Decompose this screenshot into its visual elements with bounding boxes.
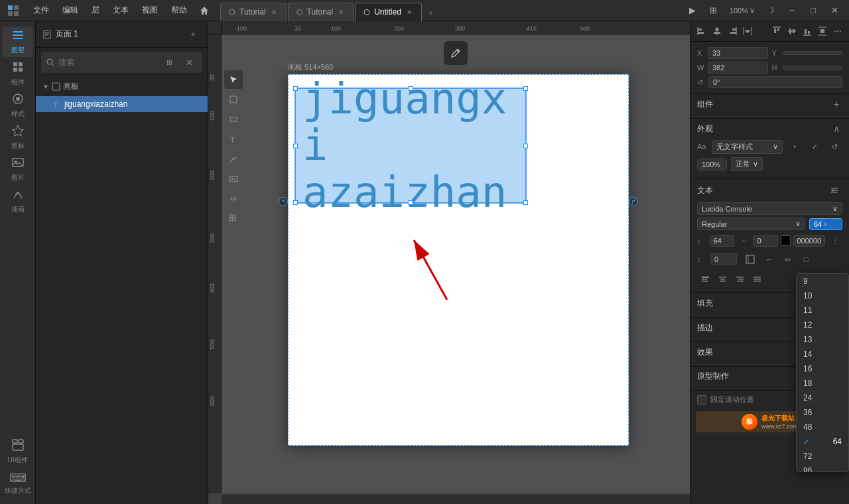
play-button[interactable]: ▶	[683, 1, 702, 20]
left-connector[interactable]: ↰	[279, 197, 288, 206]
text-color-swatch[interactable]	[781, 235, 791, 246]
handle-bl[interactable]	[293, 200, 298, 205]
pen-tool[interactable]	[224, 150, 243, 168]
dropdown-item-10[interactable]: 10	[797, 288, 848, 303]
menu-file[interactable]: 文件	[27, 0, 56, 21]
dropdown-item-13[interactable]: 13	[797, 332, 848, 347]
dropdown-item-36[interactable]: 36	[797, 405, 848, 420]
x-value[interactable]: 33	[708, 47, 768, 59]
home-button[interactable]	[194, 0, 215, 21]
handle-ml[interactable]	[293, 143, 298, 148]
font-size-dropdown[interactable]: 9 10 11 12 13 14 16 18 24 36 48 ✓ 64 72 …	[796, 273, 849, 472]
app-logo[interactable]	[0, 0, 27, 21]
text-auto-width-icon[interactable]: ⇔	[779, 251, 795, 267]
layout-toggle-icon[interactable]: ⊞	[162, 54, 178, 70]
align-left-icon[interactable]	[694, 24, 709, 38]
text-align-justify[interactable]	[749, 271, 765, 287]
handle-bm[interactable]	[409, 200, 413, 205]
text-align-left[interactable]	[697, 271, 713, 287]
tab-close-tutorial2[interactable]: ✕	[337, 8, 345, 17]
text-tool[interactable]: T	[224, 130, 243, 149]
sidebar-item-illustrations[interactable]: 插画	[3, 186, 33, 216]
align-top-icon[interactable]	[769, 24, 784, 38]
close-button[interactable]: ✕	[825, 1, 844, 20]
pencil-tool-button[interactable]	[446, 44, 465, 62]
dropdown-item-12[interactable]: 12	[797, 318, 848, 332]
add-style-btn[interactable]: +	[787, 139, 803, 155]
menu-layer[interactable]: 层	[85, 0, 106, 21]
y-value[interactable]	[783, 51, 843, 55]
line-height-field[interactable]: 64	[710, 235, 734, 247]
grid-tool[interactable]	[224, 210, 243, 228]
font-style-dropdown[interactable]: Regular ∨	[697, 218, 805, 230]
dropdown-item-18[interactable]: 18	[797, 376, 848, 391]
canvas-viewport[interactable]: 画板 514×560	[222, 34, 690, 493]
sidebar-item-styles[interactable]: 样式	[3, 90, 33, 121]
maximize-button[interactable]: □	[804, 1, 822, 20]
dropdown-item-48[interactable]: 48	[797, 420, 848, 434]
handle-tm[interactable]	[409, 86, 413, 91]
tab-tutorial2[interactable]: ⬡ Tutorial ✕	[288, 3, 354, 21]
sidebar-item-images[interactable]: 图片	[3, 154, 33, 184]
align-right-icon[interactable]	[725, 24, 740, 38]
h-value[interactable]	[783, 66, 843, 70]
zoom-control[interactable]: 100% ∨	[726, 1, 759, 20]
appearance-expand-button[interactable]: ∧	[830, 123, 842, 135]
dropdown-item-16[interactable]: 16	[797, 361, 848, 376]
sidebar-item-layers[interactable]: 图层	[3, 27, 33, 57]
letter-spacing-field[interactable]: 0	[753, 235, 777, 247]
layer-item-text[interactable]: T jiguangxiazaizhan	[36, 96, 208, 112]
font-name-selector[interactable]: Lucida Console ∨	[697, 202, 842, 215]
w-value[interactable]: 382	[708, 62, 768, 74]
text-align-right[interactable]	[732, 271, 748, 287]
text-adjust-icon[interactable]	[826, 182, 842, 198]
handle-br[interactable]	[523, 200, 528, 205]
dropdown-item-64[interactable]: ✓ 64	[797, 434, 848, 449]
font-size-input[interactable]: 64 ∨	[809, 218, 842, 230]
search-input[interactable]	[58, 58, 158, 67]
text-clip-icon[interactable]: □	[798, 251, 814, 267]
dropdown-item-96[interactable]: 96	[797, 464, 848, 472]
text-overflow-icon[interactable]: ↔	[761, 251, 777, 267]
menu-text[interactable]: 文本	[106, 0, 135, 21]
text-box-mode-icon[interactable]	[742, 251, 758, 267]
align-bottom-icon[interactable]	[800, 24, 815, 38]
artboard-section[interactable]: ▼ 画板	[36, 77, 208, 96]
sidebar-item-ui[interactable]: UI组件	[3, 436, 33, 467]
close-search-icon[interactable]: ✕	[181, 54, 197, 70]
distribute-v-icon[interactable]	[815, 24, 830, 38]
scroll-checkbox[interactable]	[697, 395, 706, 405]
tab-close-tutorial1[interactable]: ✕	[270, 8, 278, 17]
canvas-area[interactable]: -100 33 100 200 300 415 500 30 100 200 3…	[208, 21, 690, 504]
menu-help[interactable]: 帮助	[164, 0, 194, 21]
tab-add-button[interactable]: +	[423, 5, 439, 21]
tab-untitled[interactable]: ⬡ Untitled ✕	[355, 3, 422, 21]
right-connector[interactable]: ↱	[629, 197, 638, 206]
tab-close-untitled[interactable]: ✕	[405, 8, 413, 17]
grid-button[interactable]: ⊞	[704, 1, 723, 20]
tab-tutorial1[interactable]: ⬡ Tutorial ✕	[220, 3, 287, 21]
divider-tool[interactable]	[224, 190, 243, 208]
sidebar-item-shortcuts[interactable]: ⌨ 快捷方式	[3, 468, 33, 499]
check-style-btn[interactable]: ✓	[807, 139, 822, 155]
rotation-value[interactable]: 0°	[708, 76, 842, 88]
handle-tr[interactable]	[523, 86, 528, 91]
horizontal-scrollbar[interactable]	[222, 495, 690, 504]
sidebar-item-components[interactable]: 组件	[3, 58, 33, 89]
frame-tool[interactable]	[224, 90, 243, 109]
dropdown-item-9[interactable]: 9	[797, 274, 848, 288]
sidebar-item-icons[interactable]: 图标	[3, 122, 33, 153]
dropdown-item-11[interactable]: 11	[797, 303, 848, 318]
image-tool[interactable]	[224, 170, 243, 188]
components-add-button[interactable]: +	[830, 98, 842, 110]
color-options-icon[interactable]: ⋮	[828, 233, 842, 249]
rectangle-tool[interactable]	[224, 110, 243, 129]
more-align-icon[interactable]	[830, 24, 845, 38]
dropdown-item-24[interactable]: 24	[797, 391, 848, 405]
align-center-h-icon[interactable]	[710, 24, 724, 38]
select-tool[interactable]	[224, 70, 243, 89]
dropdown-item-72[interactable]: 72	[797, 449, 848, 464]
minimize-button[interactable]: −	[783, 1, 801, 20]
align-middle-v-icon[interactable]	[785, 24, 799, 38]
text-selection[interactable]: jiguangxi azaizhan	[294, 88, 527, 204]
